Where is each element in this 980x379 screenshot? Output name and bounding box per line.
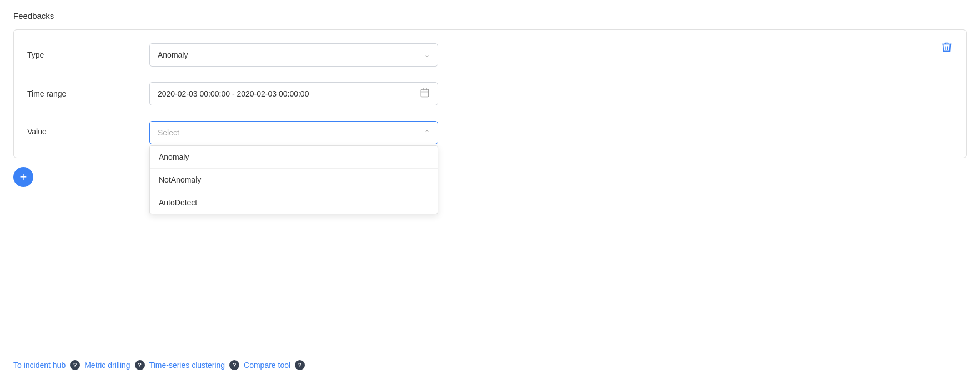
add-feedback-button[interactable]: +	[13, 167, 33, 187]
footer-bar: To incident hub ? Metric drilling ? Time…	[0, 351, 980, 379]
type-select-value: Anomaly	[158, 50, 188, 59]
feedback-card: Type Anomaly ⌄ Time range 2020-02-03 00:…	[13, 29, 967, 158]
dropdown-item-anomaly[interactable]: Anomaly	[150, 146, 438, 169]
dropdown-item-notanomaly[interactable]: NotAnomaly	[150, 169, 438, 191]
value-placeholder: Select	[158, 128, 179, 137]
section-title: Feedbacks	[13, 11, 967, 21]
add-icon: +	[20, 171, 27, 183]
type-label: Type	[27, 50, 149, 59]
help-icon-metric-drilling[interactable]: ?	[135, 360, 145, 370]
value-row: Value Select ⌃ Anomaly NotAnomaly AutoDe…	[27, 121, 953, 144]
chevron-up-icon: ⌃	[424, 129, 430, 137]
time-range-label: Time range	[27, 89, 149, 98]
main-container: Feedbacks Type Anomaly ⌄ Time range	[0, 0, 980, 351]
type-control: Anomaly ⌄	[149, 43, 438, 67]
delete-button[interactable]	[938, 39, 955, 58]
type-row: Type Anomaly ⌄	[27, 43, 953, 67]
footer-link-incident-hub[interactable]: To incident hub	[13, 361, 66, 370]
value-label: Value	[27, 127, 149, 136]
svg-rect-0	[421, 89, 429, 97]
type-select[interactable]: Anomaly ⌄	[149, 43, 438, 67]
help-icon-time-series-clustering[interactable]: ?	[229, 360, 239, 370]
footer-link-compare-tool[interactable]: Compare tool	[244, 361, 290, 370]
value-select[interactable]: Select ⌃	[149, 121, 438, 144]
time-range-value: 2020-02-03 00:00:00 - 2020-02-03 00:00:0…	[158, 89, 309, 98]
dropdown-item-autodetect[interactable]: AutoDetect	[150, 191, 438, 214]
chevron-down-icon: ⌄	[424, 51, 430, 59]
value-dropdown-menu: Anomaly NotAnomaly AutoDetect	[149, 145, 438, 214]
help-icon-incident-hub[interactable]: ?	[70, 360, 80, 370]
time-range-input[interactable]: 2020-02-03 00:00:00 - 2020-02-03 00:00:0…	[149, 82, 438, 105]
time-range-row: Time range 2020-02-03 00:00:00 - 2020-02…	[27, 82, 953, 105]
calendar-icon	[420, 88, 430, 100]
time-range-control: 2020-02-03 00:00:00 - 2020-02-03 00:00:0…	[149, 82, 438, 105]
help-icon-compare-tool[interactable]: ?	[295, 360, 305, 370]
trash-icon	[941, 41, 953, 53]
value-select-wrapper: Select ⌃ Anomaly NotAnomaly AutoDetect	[149, 121, 438, 144]
footer-link-time-series-clustering[interactable]: Time-series clustering	[149, 361, 225, 370]
footer-link-metric-drilling[interactable]: Metric drilling	[84, 361, 130, 370]
